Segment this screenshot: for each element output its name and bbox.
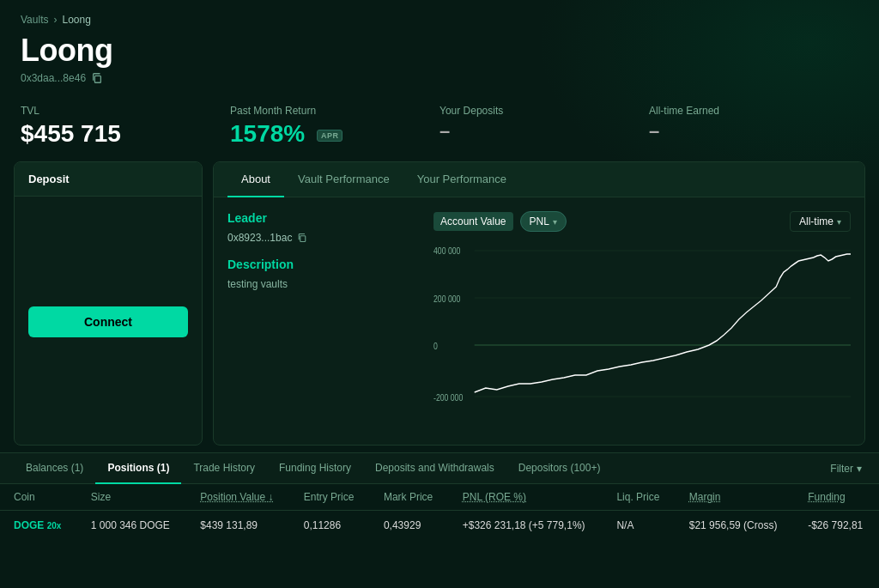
tab-funding-history[interactable]: Funding History — [267, 453, 363, 484]
deposit-tab[interactable]: Deposit — [15, 162, 202, 197]
page-header: Loong 0x3daa...8e46 — [0, 29, 879, 94]
deposit-panel: Deposit Connect — [14, 161, 203, 446]
stat-deposits: Your Deposits – — [440, 105, 649, 148]
description-text: testing vaults — [227, 278, 416, 290]
leader-address-row: 0x8923...1bac — [227, 232, 416, 244]
panel-body: Leader 0x8923...1bac Description testing… — [214, 197, 864, 445]
page-address-row: 0x3daa...8e46 — [21, 72, 858, 84]
filter-chevron-icon: ▾ — [857, 463, 862, 475]
past-month-label: Past Month Return — [230, 105, 419, 117]
td-size: 1 000 346 DOGE — [77, 511, 187, 541]
past-month-value: 1578% APR — [230, 120, 419, 148]
stat-past-month: Past Month Return 1578% APR — [230, 105, 440, 148]
wallet-address: 0x3daa...8e46 — [21, 72, 86, 84]
th-mark-price: Mark Price — [370, 484, 449, 511]
th-funding: Funding — [794, 484, 879, 511]
td-pnl: +$326 231,18 (+5 779,1%) — [449, 511, 603, 541]
tab-depositors[interactable]: Depositors (100+) — [506, 453, 613, 484]
table-row: DOGE 20x 1 000 346 DOGE $439 131,89 0,11… — [0, 511, 879, 541]
right-panel: About Vault Performance Your Performance… — [213, 161, 865, 446]
alltime-value: – — [649, 120, 838, 142]
page-title: Loong — [21, 33, 858, 69]
th-liq-price: Liq. Price — [603, 484, 675, 511]
tab-trade-history[interactable]: Trade History — [181, 453, 267, 484]
td-position-value: $439 131,89 — [186, 511, 289, 541]
th-position-value: Position Value ↓ — [186, 484, 289, 511]
th-margin: Margin — [676, 484, 794, 511]
td-margin: $21 956,59 (Cross) — [676, 511, 794, 541]
connect-button[interactable]: Connect — [28, 306, 188, 337]
tab-balances[interactable]: Balances (1) — [14, 453, 95, 484]
legend-account-value[interactable]: Account Value — [433, 212, 513, 231]
alltime-label: All-time Earned — [649, 105, 838, 117]
th-entry-price: Entry Price — [290, 484, 370, 511]
th-pnl: PNL (ROE %) — [449, 484, 603, 511]
leader-address: 0x8923...1bac — [227, 232, 292, 244]
time-label: All-time — [799, 215, 834, 227]
filter-button[interactable]: Filter ▾ — [827, 456, 865, 482]
breadcrumb-separator: › — [53, 14, 57, 26]
bottom-section: Balances (1) Positions (1) Trade History… — [0, 452, 879, 540]
svg-text:200 000: 200 000 — [433, 294, 460, 304]
pnl-dropdown[interactable]: PNL ▾ — [520, 211, 567, 232]
filter-label: Filter — [830, 463, 853, 475]
td-entry-price: 0,11286 — [290, 511, 370, 541]
chart-line — [475, 254, 851, 392]
leader-copy-icon[interactable] — [297, 233, 307, 243]
td-mark-price: 0,43929 — [370, 511, 449, 541]
svg-text:0: 0 — [433, 342, 438, 351]
th-size: Size — [77, 484, 187, 511]
pnl-chevron-icon: ▾ — [553, 217, 557, 227]
tvl-value: $455 715 — [21, 120, 209, 148]
svg-text:-200 000: -200 000 — [433, 393, 463, 403]
breadcrumb: Vaults › Loong — [0, 0, 879, 29]
svg-rect-0 — [94, 76, 100, 82]
td-liq-price: N/A — [603, 511, 675, 541]
tab-vault-performance[interactable]: Vault Performance — [284, 162, 403, 197]
chart-container: 400 000 200 000 0 -200 000 — [433, 242, 851, 431]
apr-badge: APR — [317, 130, 343, 142]
tvl-label: TVL — [21, 105, 209, 117]
chart-svg: 400 000 200 000 0 -200 000 — [433, 242, 851, 431]
table-container: Coin Size Position Value ↓ Entry Price M… — [0, 484, 879, 540]
panel-tabs: About Vault Performance Your Performance — [214, 162, 864, 197]
page: Vaults › Loong Loong 0x3daa...8e46 TVL $… — [0, 0, 879, 540]
svg-text:400 000: 400 000 — [433, 246, 460, 256]
coin-name: DOGE — [14, 519, 44, 531]
tab-your-performance[interactable]: Your Performance — [403, 162, 520, 197]
description-heading: Description — [227, 258, 416, 271]
breadcrumb-parent[interactable]: Vaults — [21, 14, 48, 26]
stat-tvl: TVL $455 715 — [21, 105, 230, 148]
tab-positions[interactable]: Positions (1) — [95, 453, 181, 484]
chart-area: Account Value PNL ▾ All-time ▾ — [433, 211, 851, 431]
chart-legend: Account Value PNL ▾ — [433, 211, 567, 232]
table-header-row: Coin Size Position Value ↓ Entry Price M… — [0, 484, 879, 511]
th-coin: Coin — [0, 484, 77, 511]
chart-controls: Account Value PNL ▾ All-time ▾ — [433, 211, 851, 232]
copy-icon[interactable] — [91, 72, 103, 84]
td-funding: -$26 792,81 — [794, 511, 879, 541]
about-section: Leader 0x8923...1bac Description testing… — [227, 211, 433, 431]
stat-alltime: All-time Earned – — [649, 105, 858, 148]
tab-about[interactable]: About — [227, 162, 284, 197]
breadcrumb-current: Loong — [62, 14, 90, 26]
pnl-label: PNL — [530, 215, 549, 227]
leverage-badge: 20x — [47, 521, 62, 530]
time-dropdown[interactable]: All-time ▾ — [790, 211, 851, 232]
main-content: Deposit Connect About Vault Performance … — [0, 161, 879, 446]
svg-rect-1 — [300, 236, 306, 242]
stats-row: TVL $455 715 Past Month Return 1578% APR… — [0, 94, 879, 161]
deposits-label: Your Deposits — [440, 105, 628, 117]
time-chevron-icon: ▾ — [837, 217, 841, 227]
td-coin: DOGE 20x — [0, 511, 77, 541]
bottom-tabs: Balances (1) Positions (1) Trade History… — [0, 453, 879, 484]
tab-deposits-withdrawals[interactable]: Deposits and Withdrawals — [363, 453, 506, 484]
deposit-content: Connect — [15, 197, 202, 351]
positions-table: Coin Size Position Value ↓ Entry Price M… — [0, 484, 879, 540]
deposits-value: – — [440, 120, 628, 142]
leader-heading: Leader — [227, 211, 416, 225]
